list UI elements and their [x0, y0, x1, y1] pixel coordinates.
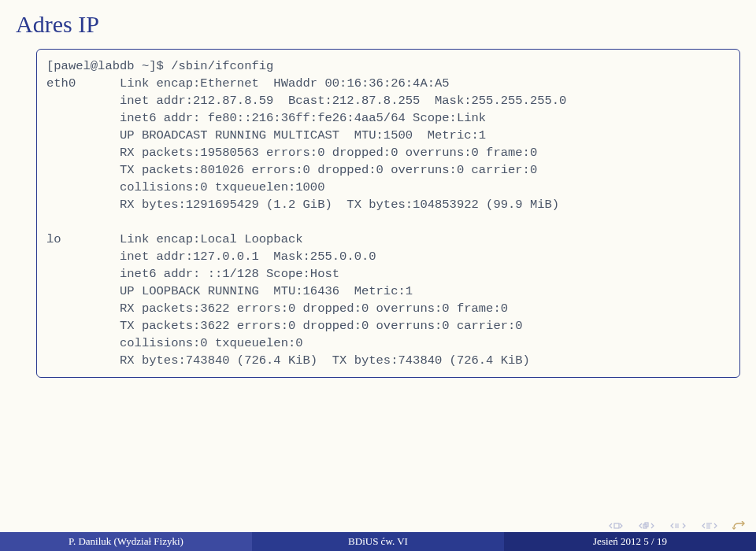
- slide-title: Adres IP: [0, 0, 756, 44]
- lo-l2: inet addr:127.0.0.1 Mask:255.0.0.0: [120, 250, 376, 264]
- eth0-l8: RX bytes:1291695429 (1.2 GiB) TX bytes:1…: [120, 198, 559, 212]
- footer-title: BDiUS ćw. VI: [252, 532, 504, 551]
- footer-page-info: Jesień 2012 5 / 19: [504, 532, 756, 551]
- prompt-line: [pawel@labdb ~]$ /sbin/ifconfig: [46, 59, 273, 73]
- eth0-l5: RX packets:19580563 errors:0 dropped:0 o…: [120, 146, 537, 160]
- eth0-label: eth0: [46, 76, 76, 91]
- eth0-l1: Link encap:Ethernet HWaddr 00:16:36:26:4…: [120, 76, 450, 91]
- nav-controls: [608, 521, 747, 531]
- lo-l5: RX packets:3622 errors:0 dropped:0 overr…: [120, 301, 508, 316]
- nav-slide-prev-next[interactable]: [608, 522, 624, 530]
- eth0-l2: inet addr:212.87.8.59 Bcast:212.87.8.255…: [120, 94, 566, 108]
- svg-rect-0: [614, 523, 619, 528]
- terminal-text: [pawel@labdb ~]$ /sbin/ifconfig eth0 Lin…: [46, 57, 730, 369]
- footer-bar: P. Daniluk (Wydział Fizyki) BDiUS ćw. VI…: [0, 532, 756, 551]
- lo-l3: inet6 addr: ::1/128 Scope:Host: [120, 267, 339, 281]
- nav-section-prev-next[interactable]: [638, 522, 655, 530]
- lo-l8: RX bytes:743840 (726.4 KiB) TX bytes:743…: [120, 353, 530, 368]
- lo-l4: UP LOOPBACK RUNNING MTU:16436 Metric:1: [120, 284, 413, 298]
- terminal-output-box: [pawel@labdb ~]$ /sbin/ifconfig eth0 Lin…: [36, 49, 740, 378]
- lo-l7: collisions:0 txqueuelen:0: [120, 336, 303, 350]
- eth0-l6: TX packets:801026 errors:0 dropped:0 ove…: [120, 163, 537, 177]
- eth0-l4: UP BROADCAST RUNNING MULTICAST MTU:1500 …: [120, 128, 486, 142]
- nav-back-icon[interactable]: [732, 521, 747, 531]
- footer-author: P. Daniluk (Wydział Fizyki): [0, 532, 252, 551]
- nav-frame-prev-next[interactable]: [701, 522, 718, 530]
- lo-l1: Link encap:Local Loopback: [120, 232, 303, 246]
- eth0-l3: inet6 addr: fe80::216:36ff:fe26:4aa5/64 …: [120, 111, 486, 125]
- lo-l6: TX packets:3622 errors:0 dropped:0 overr…: [120, 319, 523, 333]
- eth0-l7: collisions:0 txqueuelen:1000: [120, 180, 324, 194]
- nav-subsection-prev-next[interactable]: [669, 522, 687, 530]
- lo-label: lo: [46, 232, 61, 246]
